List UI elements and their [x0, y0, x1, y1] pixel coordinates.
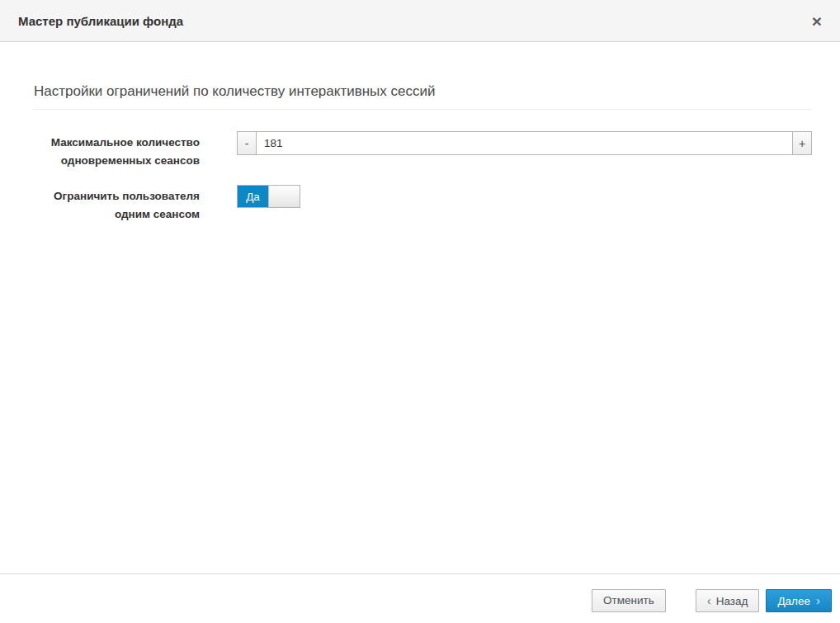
decrement-button[interactable]: - — [237, 131, 257, 155]
next-button[interactable]: Далее› — [766, 589, 832, 612]
section-heading: Настройки ограничений по количеству инте… — [34, 83, 812, 110]
dialog-titlebar: Мастер публикации фонда × — [0, 0, 840, 42]
max-sessions-label: Максимальное количество одновременных се… — [34, 131, 200, 170]
back-button-label: Назад — [716, 595, 748, 607]
chevron-left-icon: ‹ — [707, 593, 711, 607]
limit-user-control: Да — [237, 185, 812, 224]
max-sessions-input[interactable] — [257, 131, 792, 155]
dialog-body: Настройки ограничений по количеству инте… — [0, 83, 840, 224]
increment-button[interactable]: + — [792, 131, 812, 155]
dialog-title: Мастер публикации фонда — [18, 14, 810, 28]
limit-user-row: Ограничить пользователя одним сеансом Да — [34, 185, 812, 224]
next-button-label: Далее — [777, 595, 810, 607]
back-button[interactable]: ‹Назад — [696, 589, 760, 612]
max-sessions-control: - + — [237, 131, 812, 170]
limit-user-label: Ограничить пользователя одним сеансом — [34, 185, 200, 224]
chevron-right-icon: › — [816, 593, 820, 607]
max-sessions-spinner: - + — [237, 131, 812, 155]
dialog-footer: Отменить ‹Назад Далее› — [0, 573, 840, 623]
limit-user-toggle[interactable]: Да — [237, 185, 300, 208]
toggle-knob — [268, 186, 300, 207]
close-icon[interactable]: × — [810, 12, 823, 30]
max-sessions-row: Максимальное количество одновременных се… — [34, 131, 812, 170]
toggle-on-segment: Да — [238, 186, 268, 207]
cancel-button[interactable]: Отменить — [592, 589, 666, 612]
